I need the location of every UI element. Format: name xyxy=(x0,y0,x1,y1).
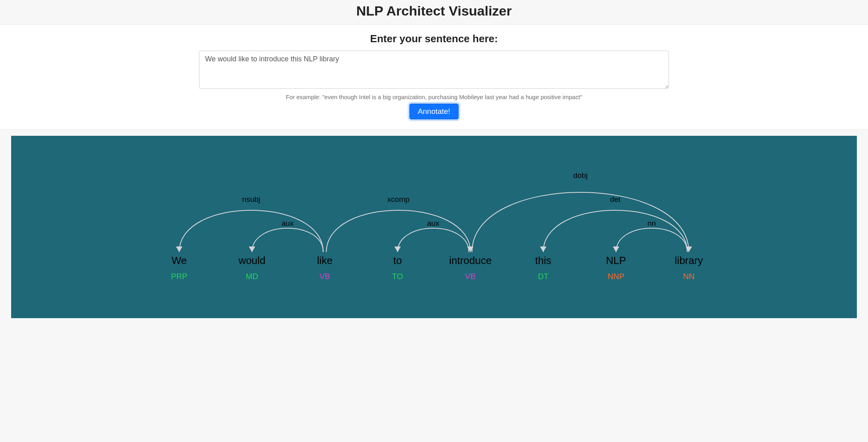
token-pos-tag: VB xyxy=(319,272,330,281)
dependency-arc-label: dobj xyxy=(573,171,588,180)
token-word: NLP xyxy=(606,254,626,266)
token-pos-tag: MD xyxy=(246,272,258,281)
input-section: Enter your sentence here: For example: "… xyxy=(0,25,868,129)
dependency-arc xyxy=(616,228,687,252)
token-word: to xyxy=(393,254,402,266)
token-pos-tag: NNP xyxy=(608,272,624,281)
token-word: would xyxy=(238,254,266,266)
arc-arrowhead-icon xyxy=(540,246,546,252)
sentence-input[interactable] xyxy=(199,51,669,89)
arc-arrowhead-icon xyxy=(613,246,619,252)
arc-arrowhead-icon xyxy=(249,246,255,252)
token-pos-tag: VB xyxy=(465,272,476,281)
dependency-arc-label: nsubj xyxy=(242,195,260,203)
arc-arrowhead-icon xyxy=(395,246,401,252)
visualization-container: nsubjauxxcompauxdobjdetnnWePRPwouldMDlik… xyxy=(0,129,868,329)
token-pos-tag: DT xyxy=(538,272,549,281)
input-prompt-label: Enter your sentence here: xyxy=(0,33,868,45)
dependency-arc-label: det xyxy=(610,195,621,203)
dependency-arc xyxy=(179,210,323,252)
arc-arrowhead-icon xyxy=(176,246,182,252)
token-pos-tag: TO xyxy=(392,272,403,281)
token-word: library xyxy=(675,254,703,266)
dependency-arc-label: xcomp xyxy=(387,195,410,203)
token-word: We xyxy=(172,254,187,266)
annotate-button[interactable]: Annotate! xyxy=(409,104,458,119)
dependency-arc xyxy=(252,228,323,252)
dependency-arc xyxy=(543,210,687,252)
dependency-arc-label: aux xyxy=(282,219,294,227)
header: NLP Architect Visualizer xyxy=(0,0,868,25)
example-hint-text: For example: "even though Intel is a big… xyxy=(0,94,868,100)
token-pos-tag: PRP xyxy=(171,272,187,281)
page-title: NLP Architect Visualizer xyxy=(0,3,868,19)
dependency-arc-label: aux xyxy=(427,219,440,227)
dependency-arc xyxy=(472,192,689,252)
dependency-svg: nsubjauxxcompauxdobjdetnnWePRPwouldMDlik… xyxy=(143,141,725,300)
token-pos-tag: NN xyxy=(683,272,695,281)
token-word: this xyxy=(535,254,551,266)
dependency-visualization: nsubjauxxcompauxdobjdetnnWePRPwouldMDlik… xyxy=(11,136,857,318)
token-word: introduce xyxy=(449,254,492,266)
token-word: like xyxy=(317,254,332,266)
dependency-arc xyxy=(398,228,469,252)
dependency-arc-label: nn xyxy=(647,219,656,227)
